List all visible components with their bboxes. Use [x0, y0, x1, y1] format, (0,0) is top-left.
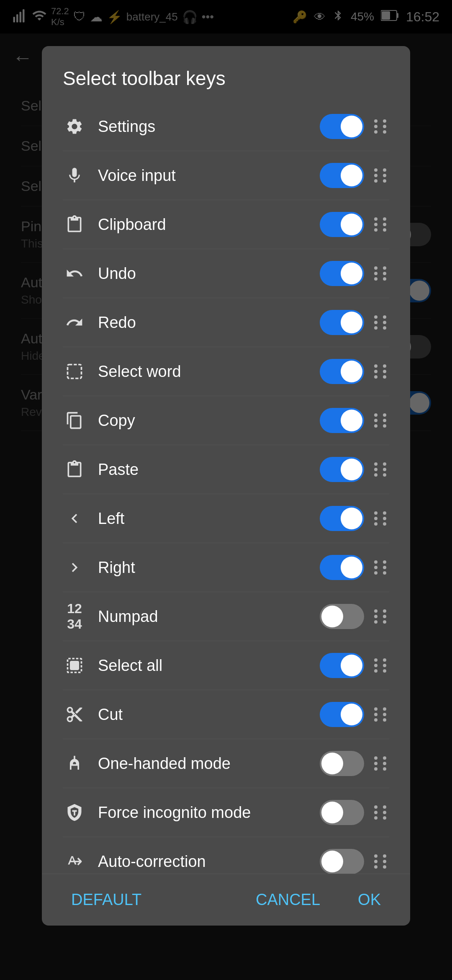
auto-correction-toggle[interactable] — [320, 849, 364, 874]
clipboard-label: Clipboard — [98, 216, 166, 234]
list-item: Auto-correction — [63, 837, 389, 874]
list-item: Redo — [63, 298, 389, 347]
numpad-drag-handle[interactable] — [374, 609, 389, 624]
paste-toggle[interactable] — [320, 457, 364, 482]
voice-input-toggle[interactable] — [320, 163, 364, 188]
list-item: Force incognito mode — [63, 788, 389, 837]
settings-drag-handle[interactable] — [374, 119, 389, 134]
paste-label: Paste — [98, 461, 139, 479]
cancel-button[interactable]: CANCEL — [247, 887, 329, 913]
redo-icon — [63, 311, 86, 334]
select-word-icon — [63, 360, 86, 383]
paste-icon — [63, 458, 86, 481]
voice-input-label: Voice input — [98, 167, 176, 185]
auto-correction-icon — [63, 850, 86, 873]
left-arrow-icon — [63, 507, 86, 530]
dialog-overlay: Select toolbar keys Settings — [0, 0, 452, 980]
list-item: Undo — [63, 249, 389, 298]
left-toggle[interactable] — [320, 506, 364, 531]
cut-label: Cut — [98, 706, 123, 724]
right-arrow-icon — [63, 556, 86, 579]
right-toggle[interactable] — [320, 555, 364, 580]
list-item: Voice input — [63, 151, 389, 200]
default-button[interactable]: DEFAULT — [63, 887, 150, 913]
svg-rect-9 — [71, 662, 78, 669]
list-item: Copy — [63, 396, 389, 445]
settings-toggle[interactable] — [320, 114, 364, 139]
left-drag-handle[interactable] — [374, 511, 389, 526]
settings-label: Settings — [98, 118, 155, 136]
clipboard-icon — [63, 213, 86, 236]
list-item: Select all — [63, 641, 389, 690]
redo-drag-handle[interactable] — [374, 315, 389, 330]
list-item: Select word — [63, 347, 389, 396]
settings-icon — [63, 115, 86, 138]
select-all-label: Select all — [98, 657, 162, 675]
undo-toggle[interactable] — [320, 261, 364, 286]
select-all-drag-handle[interactable] — [374, 658, 389, 673]
one-handed-toggle[interactable] — [320, 751, 364, 776]
select-all-toggle[interactable] — [320, 653, 364, 678]
undo-label: Undo — [98, 265, 136, 283]
list-item: Left — [63, 494, 389, 543]
copy-label: Copy — [98, 412, 135, 430]
list-item: Paste — [63, 445, 389, 494]
cut-toggle[interactable] — [320, 702, 364, 727]
numpad-label: Numpad — [98, 608, 158, 626]
list-item: Right — [63, 543, 389, 592]
svg-rect-7 — [68, 365, 82, 379]
left-label: Left — [98, 510, 124, 528]
ok-button[interactable]: OK — [349, 887, 389, 913]
voice-input-icon — [63, 164, 86, 187]
right-label: Right — [98, 559, 135, 577]
dialog-content: Settings — [42, 102, 410, 874]
redo-label: Redo — [98, 314, 136, 332]
undo-drag-handle[interactable] — [374, 266, 389, 281]
incognito-icon — [63, 801, 86, 824]
select-word-label: Select word — [98, 363, 181, 381]
incognito-label: Force incognito mode — [98, 804, 251, 822]
copy-drag-handle[interactable] — [374, 413, 389, 428]
copy-icon — [63, 409, 86, 432]
one-handed-icon — [63, 752, 86, 775]
dialog-title: Select toolbar keys — [42, 46, 410, 102]
one-handed-label: One-handed mode — [98, 755, 231, 773]
select-all-icon — [63, 654, 86, 677]
incognito-drag-handle[interactable] — [374, 805, 389, 820]
numpad-toggle[interactable] — [320, 604, 364, 629]
undo-icon — [63, 262, 86, 285]
copy-toggle[interactable] — [320, 408, 364, 433]
one-handed-drag-handle[interactable] — [374, 756, 389, 771]
dialog-footer: DEFAULT CANCEL OK — [42, 874, 410, 926]
list-item: 1234 Numpad — [63, 592, 389, 641]
auto-correction-label: Auto-correction — [98, 853, 206, 871]
numpad-icon: 1234 — [63, 605, 86, 628]
voice-input-drag-handle[interactable] — [374, 168, 389, 183]
list-item: Settings — [63, 102, 389, 151]
incognito-toggle[interactable] — [320, 800, 364, 825]
paste-drag-handle[interactable] — [374, 462, 389, 477]
cut-drag-handle[interactable] — [374, 707, 389, 722]
select-word-drag-handle[interactable] — [374, 364, 389, 379]
clipboard-toggle[interactable] — [320, 212, 364, 237]
select-toolbar-keys-dialog: Select toolbar keys Settings — [42, 46, 410, 926]
auto-correction-drag-handle[interactable] — [374, 854, 389, 869]
list-item: One-handed mode — [63, 739, 389, 788]
list-item: Clipboard — [63, 200, 389, 249]
redo-toggle[interactable] — [320, 310, 364, 335]
select-word-toggle[interactable] — [320, 359, 364, 384]
cut-icon — [63, 703, 86, 726]
clipboard-drag-handle[interactable] — [374, 217, 389, 232]
list-item: Cut — [63, 690, 389, 739]
right-drag-handle[interactable] — [374, 560, 389, 575]
